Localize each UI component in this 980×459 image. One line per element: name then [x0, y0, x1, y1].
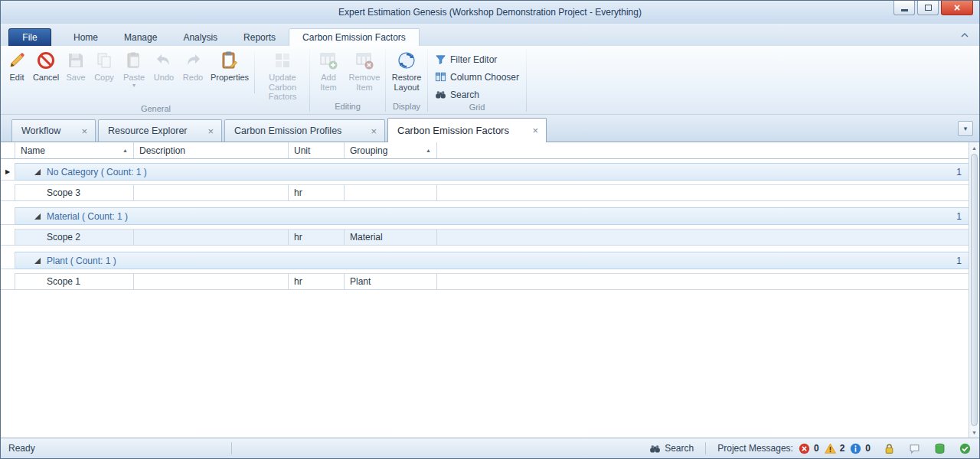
grid-body: ▶ No Category ( Count: 1 ) 1 Scope 3 hr	[1, 159, 969, 438]
column-header-grouping[interactable]: Grouping ▲	[345, 142, 437, 158]
ribbon-group-editing: Add Item Remove Item Editing	[312, 47, 384, 114]
cancel-button[interactable]: Cancel	[30, 48, 62, 85]
ribbon-group-separator	[427, 49, 428, 112]
title-bar[interactable]: Expert Estimation Genesis (Workshop Demo…	[1, 1, 979, 24]
pencil-icon	[7, 50, 27, 70]
redo-icon	[183, 50, 203, 70]
cell-grouping: Plant	[345, 273, 437, 290]
doc-tab-resource-explorer[interactable]: Resource Explorer ×	[98, 119, 222, 142]
filter-editor-button[interactable]: Filter Editor	[430, 51, 502, 67]
group-row-no-category[interactable]: ▶ No Category ( Count: 1 ) 1	[1, 163, 969, 181]
tab-file[interactable]: File	[8, 28, 51, 46]
cell-grouping	[345, 184, 437, 201]
window-controls: ×	[891, 1, 973, 15]
warning-count: 2	[840, 443, 845, 454]
grid-panel: Name ▲ Description Unit Grouping ▲	[1, 142, 979, 438]
database-status-button[interactable]	[933, 442, 946, 455]
edit-button[interactable]: Edit	[4, 48, 30, 85]
close-tab-icon[interactable]: ×	[532, 125, 538, 136]
restore-layout-button[interactable]: Restore Layout	[387, 48, 426, 94]
collapse-group-icon[interactable]	[34, 213, 41, 220]
scrollbar-thumb[interactable]	[971, 154, 978, 426]
filter-icon	[435, 54, 446, 65]
status-search-button[interactable]: Search	[649, 443, 694, 454]
lock-status-button[interactable]	[883, 442, 896, 455]
doc-tab-carbon-emission-profiles[interactable]: Carbon Emission Profiles ×	[224, 119, 385, 142]
cell-name: Scope 3	[15, 184, 134, 201]
current-row-arrow-icon: ▶	[5, 168, 10, 175]
tab-reports[interactable]: Reports	[230, 28, 289, 46]
tab-analysis[interactable]: Analysis	[170, 28, 230, 46]
close-icon: ×	[954, 2, 960, 14]
copy-button[interactable]: Copy	[90, 48, 119, 85]
ribbon-tab-strip: File Home Manage Analysis Reports Carbon…	[1, 24, 979, 46]
cell-filler	[437, 229, 969, 246]
doc-tab-carbon-emission-factors[interactable]: Carbon Emission Factors ×	[387, 118, 547, 142]
add-item-button[interactable]: Add Item	[312, 48, 345, 94]
search-button[interactable]: Search	[430, 86, 485, 103]
comments-button[interactable]	[908, 442, 921, 455]
properties-button[interactable]: Properties	[207, 48, 252, 85]
columns-icon	[435, 71, 446, 83]
ribbon-group-general: Edit Cancel Save Copy Paste ▾	[4, 47, 308, 114]
tab-home[interactable]: Home	[60, 28, 111, 46]
close-tab-icon[interactable]: ×	[81, 125, 87, 137]
ribbon-separator	[254, 50, 255, 93]
maximize-button[interactable]	[917, 1, 939, 15]
paste-icon	[124, 50, 144, 70]
error-messages[interactable]: 0	[799, 443, 819, 454]
app-window: Expert Estimation Genesis (Workshop Demo…	[0, 0, 980, 459]
collapse-group-icon[interactable]	[34, 168, 41, 176]
grid-row-scope-2[interactable]: Scope 2 hr Material	[1, 229, 969, 246]
grid-header-row: Name ▲ Description Unit Grouping ▲	[1, 142, 969, 159]
grid-row-scope-3[interactable]: Scope 3 hr	[1, 184, 969, 201]
info-icon	[850, 443, 861, 454]
close-button[interactable]: ×	[941, 1, 973, 15]
dropdown-arrow-icon: ▾	[132, 83, 136, 89]
group-label-display: Display	[387, 102, 426, 114]
project-messages-label: Project Messages:	[717, 443, 793, 454]
group-summary: 1	[956, 211, 969, 222]
grid-row-scope-1[interactable]: Scope 1 hr Plant	[1, 273, 969, 290]
column-header-unit[interactable]: Unit	[289, 142, 345, 158]
close-tab-icon[interactable]: ×	[207, 125, 214, 137]
add-item-icon	[318, 50, 338, 70]
collapse-ribbon-button[interactable]	[958, 30, 972, 41]
minimize-button[interactable]	[893, 1, 915, 15]
cell-unit: hr	[289, 184, 345, 201]
doc-tab-workflow[interactable]: Workflow ×	[11, 119, 96, 142]
properties-icon	[220, 50, 240, 70]
header-filler-cell	[437, 142, 969, 158]
cell-name: Scope 1	[15, 273, 134, 290]
connection-status-button[interactable]	[959, 442, 972, 455]
collapse-group-icon[interactable]	[34, 257, 41, 265]
vertical-scrollbar[interactable]: ▲ ▼	[969, 142, 979, 438]
maximize-icon	[925, 5, 932, 11]
scroll-down-icon[interactable]: ▼	[969, 427, 979, 438]
group-row-plant[interactable]: Plant ( Count: 1 ) 1	[1, 252, 969, 269]
redo-button[interactable]: Redo	[178, 48, 207, 85]
close-tab-icon[interactable]: ×	[371, 125, 377, 137]
copy-icon	[94, 50, 114, 70]
scroll-up-icon[interactable]: ▲	[969, 142, 979, 153]
warning-messages[interactable]: 2	[825, 443, 845, 454]
paste-button[interactable]: Paste ▾	[119, 48, 149, 91]
tab-list-dropdown-button[interactable]: ▾	[958, 121, 973, 136]
tab-manage[interactable]: Manage	[111, 28, 170, 46]
info-messages[interactable]: 0	[850, 443, 871, 454]
undo-button[interactable]: Undo	[149, 48, 178, 85]
column-header-description[interactable]: Description	[134, 142, 289, 158]
tab-carbon-emission-factors[interactable]: Carbon Emission Factors	[289, 28, 420, 46]
column-chooser-button[interactable]: Column Chooser	[430, 69, 524, 85]
group-row-material[interactable]: Material ( Count: 1 ) 1	[1, 207, 969, 225]
cell-filler	[437, 184, 969, 201]
cell-description	[134, 229, 289, 246]
update-carbon-factors-icon	[273, 50, 292, 70]
save-button[interactable]: Save	[62, 48, 90, 85]
sort-ascending-icon: ▲	[423, 148, 431, 153]
update-carbon-factors-button[interactable]: Update Carbon Factors	[257, 48, 308, 104]
remove-item-button[interactable]: Remove Item	[345, 48, 384, 94]
status-bar: Ready Search Project Messages: 0 2 0	[1, 438, 979, 458]
column-header-name[interactable]: Name ▲	[15, 142, 134, 158]
window-title: Expert Estimation Genesis (Workshop Demo…	[1, 7, 979, 18]
